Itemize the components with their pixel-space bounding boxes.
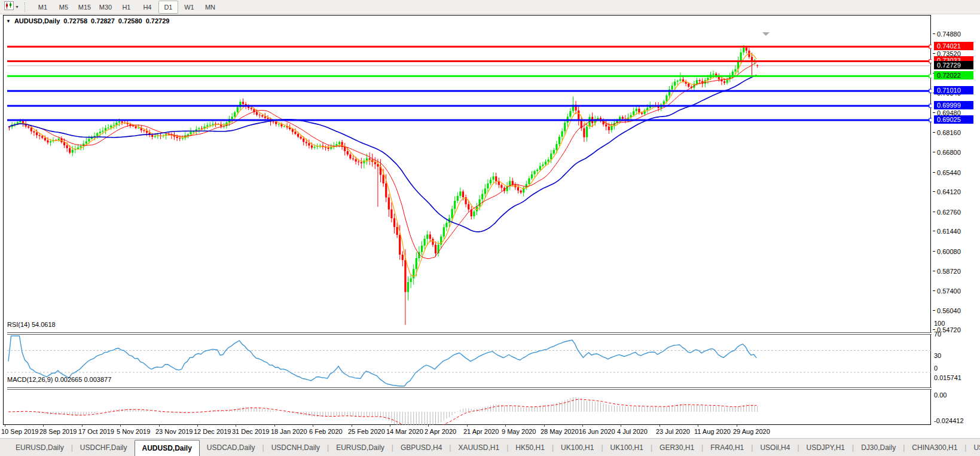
timeframe-button-d1[interactable]: D1	[158, 1, 178, 14]
tab-usoil-h1[interactable]: USOil,H1	[966, 439, 980, 456]
level-line-0.69999[interactable]	[7, 104, 935, 108]
chart-type-button[interactable]: ▼	[2, 1, 21, 13]
date-tick-mark	[698, 425, 698, 427]
toolbar-grip[interactable]	[25, 2, 28, 12]
date-label-5-nov-2019: 5 Nov 2019	[117, 428, 150, 435]
tick-mark	[933, 53, 935, 54]
date-tick-mark	[390, 425, 390, 427]
ohlc-open: 0.72758	[63, 17, 87, 25]
level-badge-0.69025: 0.69025	[934, 115, 973, 124]
timeframe-button-m15[interactable]: M15	[75, 1, 94, 14]
date-label-4-jul-2020: 4 Jul 2020	[617, 428, 648, 435]
tab-dj30-daily[interactable]: DJ30,Daily	[854, 439, 903, 456]
date-tick-mark	[544, 425, 545, 427]
chart-shift-triangle-icon	[762, 32, 770, 36]
date-label-14-mar-2020: 14 Mar 2020	[386, 428, 423, 435]
tab-usdjpy-h1[interactable]: USDJPY,H1	[799, 439, 852, 456]
price-tick-0.61440: 0.61440	[933, 227, 961, 235]
date-label-9-may-2020: 9 May 2020	[502, 428, 536, 435]
timeframe-button-w1[interactable]: W1	[179, 1, 199, 14]
candlestick-chart-icon	[4, 1, 14, 13]
level-badge-0.69999: 0.69999	[934, 101, 973, 109]
date-tick-mark	[120, 425, 121, 427]
date-label-10-sep-2019: 10 Sep 2019	[1, 428, 38, 435]
tab-ger30-h1[interactable]: GER30,H1	[652, 439, 701, 456]
date-label-31-dec-2019: 31 Dec 2019	[232, 428, 269, 435]
date-tick-mark	[313, 425, 313, 427]
tab-xauusd-h1[interactable]: XAUUSD,H1	[451, 439, 506, 456]
tab-usdcad-daily[interactable]: USDCAD,Daily	[200, 439, 262, 456]
date-label-11-aug-2020: 11 Aug 2020	[694, 428, 731, 435]
tab-eurusd-daily[interactable]: EURUSD,Daily	[329, 439, 392, 456]
tick-mark	[933, 310, 935, 311]
date-label-12-dec-2019: 12 Dec 2019	[194, 428, 231, 435]
level-line-0.72022[interactable]	[7, 74, 935, 78]
current-price-badge: 0.72729	[934, 61, 973, 69]
price-tick-0.56040: 0.56040	[933, 307, 961, 314]
current-price-line	[7, 65, 935, 66]
date-tick-mark	[43, 425, 44, 427]
rsi-indicator-label: RSI(14) 54.0618	[7, 321, 56, 328]
price-tick-0.65440: 0.65440	[933, 169, 961, 176]
rsi-pane[interactable]	[7, 335, 935, 387]
chart-symbol-label: AUDUSD,Daily	[14, 17, 60, 25]
price-tick-0.74880: 0.74880	[933, 30, 961, 38]
level-badge-0.74021: 0.74021	[934, 42, 973, 50]
price-pane[interactable]	[7, 31, 935, 332]
ohlc-high: 0.72827	[91, 17, 115, 25]
tab-uk100-h1[interactable]: UK100,H1	[554, 439, 601, 456]
timeframe-button-m5[interactable]: M5	[54, 1, 74, 14]
date-axis[interactable]: 10 Sep 201928 Sep 201917 Oct 20195 Nov 2…	[3, 425, 931, 438]
tab-audusd-daily-active[interactable]: AUDUSD,Daily	[135, 440, 200, 456]
timeframe-button-h4[interactable]: H4	[138, 1, 157, 14]
level-line-0.69025[interactable]	[7, 118, 935, 122]
date-tick-mark	[5, 425, 5, 427]
tab-hk50-h1[interactable]: HK50,H1	[508, 439, 552, 456]
date-tick-mark	[505, 425, 506, 427]
ohlc-close: 0.72729	[146, 17, 170, 25]
level-line-0.74021[interactable]	[7, 45, 935, 48]
candles-group	[8, 45, 758, 325]
date-tick-mark	[582, 425, 583, 427]
tick-mark	[933, 172, 935, 173]
tab-eurusd-daily[interactable]: EURUSD,Daily	[8, 439, 71, 456]
rsi-scale-70: 70	[934, 330, 941, 338]
timeframe-button-m1[interactable]: M1	[33, 1, 53, 14]
date-tick-mark	[274, 425, 275, 427]
date-tick-mark	[621, 425, 621, 427]
chart-menu-caret-icon[interactable]: ▼	[6, 19, 11, 24]
timeframe-button-h1[interactable]: H1	[117, 1, 136, 14]
macd-scale--0.024412: -0.024412	[934, 417, 964, 425]
price-tick-0.58720: 0.58720	[933, 267, 961, 275]
tab-china300-h1[interactable]: CHINA300,H1	[905, 439, 964, 456]
rsi-line	[8, 336, 756, 386]
price-scale[interactable]: 0.748800.735200.721600.708400.694800.681…	[932, 15, 980, 425]
date-label-18-jan-2020: 18 Jan 2020	[271, 428, 307, 435]
tab-usdchf-daily[interactable]: USDCHF,Daily	[73, 439, 135, 456]
tick-mark	[933, 290, 935, 291]
chart-title: ▼ AUDUSD,Daily 0.72758 0.72827 0.72580 0…	[6, 17, 169, 25]
date-label-21-apr-2020: 21 Apr 2020	[463, 428, 499, 435]
tick-mark	[933, 132, 935, 133]
macd-scale-0.00: 0.00	[934, 391, 947, 399]
timeframe-button-mn[interactable]: MN	[200, 1, 220, 14]
rsi-scale-30: 30	[934, 352, 941, 360]
chevron-down-icon[interactable]: ▼	[15, 5, 19, 9]
tab-usdcnh-daily[interactable]: USDCNH,Daily	[264, 439, 327, 456]
level-line-0.73033[interactable]	[7, 59, 935, 63]
timeframe-button-m30[interactable]: M30	[96, 1, 115, 14]
date-label-6-feb-2020: 6 Feb 2020	[309, 428, 343, 435]
tab-uk100-h1[interactable]: UK100,H1	[603, 439, 651, 456]
tab-gbpusd-h4[interactable]: GBPUSD,H4	[393, 439, 449, 456]
tick-mark	[933, 251, 935, 252]
date-label-28-may-2020: 28 May 2020	[541, 428, 579, 435]
date-tick-mark	[467, 425, 468, 427]
level-badge-0.71010: 0.71010	[934, 86, 973, 94]
date-tick-mark	[660, 425, 660, 427]
price-tick-0.68160: 0.68160	[933, 128, 961, 136]
top-toolbar: ▼ M1M5M15M30H1H4D1W1MN	[0, 0, 980, 14]
tab-usoil-h4[interactable]: USOil,H4	[753, 439, 797, 456]
level-line-0.71010[interactable]	[7, 89, 935, 93]
chart-window[interactable]	[3, 15, 931, 425]
tab-fra40-h1[interactable]: FRA40,H1	[703, 439, 751, 456]
